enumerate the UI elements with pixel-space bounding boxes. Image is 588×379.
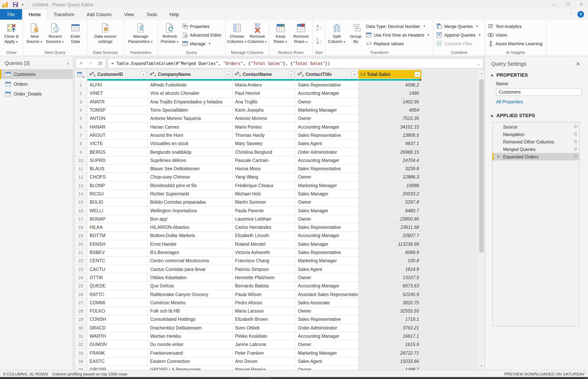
table-cell[interactable]: Victuailles en stock	[148, 140, 233, 148]
table-cell[interactable]: 3810.75	[358, 299, 421, 307]
formula-fx-icon[interactable]: fx	[98, 61, 102, 66]
table-cell[interactable]: Ana Trujillo Emparedados y helados	[148, 98, 233, 106]
table-cell[interactable]: Carlos Hernández	[233, 223, 295, 231]
table-cell[interactable]: Blauer See Delikatessen	[148, 165, 233, 173]
table-cell[interactable]: Accounting Manager	[295, 232, 358, 240]
tab-add-column[interactable]: Add Column	[80, 9, 118, 20]
table-cell[interactable]: 9937.1	[358, 140, 421, 148]
table-cell[interactable]: Rattlesnake Canyon Grocery	[148, 290, 233, 299]
table-cell[interactable]: 26968.15	[358, 148, 421, 156]
table-cell[interactable]: Owner	[295, 98, 358, 106]
table-cell[interactable]: Chop-suey Chinese	[148, 173, 233, 181]
scrollbar-thumb[interactable]	[479, 79, 484, 253]
table-cell[interactable]: Francisco Chang	[233, 257, 295, 265]
table-cell[interactable]: Owner	[295, 366, 358, 370]
table-cell[interactable]: Ernst Handel	[148, 240, 233, 248]
table-cell[interactable]: Frédérique Citeaux	[233, 181, 295, 190]
gear-icon[interactable]: ⚙	[573, 139, 577, 144]
remove-columns-button[interactable]: Remove Columns▼	[247, 21, 267, 49]
table-cell[interactable]: Pascale Cartrain	[233, 156, 295, 164]
delete-step-icon[interactable]: ✕	[494, 155, 503, 159]
table-cell[interactable]: 32555.55	[358, 307, 421, 315]
table-cell[interactable]: EASTC	[87, 357, 148, 365]
scroll-up-icon[interactable]: ⌃	[478, 72, 485, 78]
minimize-button[interactable]: —	[548, 0, 561, 9]
use-first-row-as-headers-button[interactable]: Use First Row as Headers▼	[366, 31, 430, 39]
query-item-order_details[interactable]: Order_Details	[0, 89, 73, 99]
refresh-preview-button[interactable]: Refresh Preview▼	[159, 21, 180, 49]
table-cell[interactable]: 52245.9	[358, 290, 421, 299]
table-cell[interactable]: BOTTM	[87, 232, 148, 240]
group-by-button[interactable]: Group By	[347, 21, 364, 49]
keep-rows-button[interactable]: Keep Rows▼	[270, 21, 291, 49]
table-cell[interactable]: Frankenversand	[148, 349, 233, 357]
column-header-customerid[interactable]: ABCCustomerID▼	[87, 70, 148, 79]
tab-help[interactable]: Help	[163, 9, 185, 20]
table-cell[interactable]: Accounting Manager	[295, 123, 358, 131]
table-cell[interactable]: Thomas Hardy	[233, 131, 295, 139]
table-cell[interactable]: 6089.9	[358, 249, 421, 256]
filter-dropdown-icon[interactable]: ▼	[415, 72, 420, 77]
table-cell[interactable]: ANTON	[87, 114, 148, 123]
table-cell[interactable]: 4596.2	[358, 81, 421, 89]
table-cell[interactable]: Peter Franken	[233, 349, 295, 357]
table-cell[interactable]: Order Administrator	[295, 324, 358, 332]
table-cell[interactable]: Accounting Manager	[295, 156, 358, 164]
applied-step-merged-queries[interactable]: ✕Merged Queries⚙	[493, 145, 579, 153]
table-cell[interactable]: Henriette Pfalzheim	[233, 274, 295, 282]
quick-access-caret-icon[interactable]: ▼	[20, 3, 25, 6]
formula-cancel-icon[interactable]: ✕	[79, 61, 83, 66]
tab-tools[interactable]: Tools	[140, 9, 163, 20]
table-cell[interactable]: RICSU	[87, 190, 148, 198]
table-cell[interactable]: Marketing Manager	[295, 257, 358, 265]
applied-step-source[interactable]: ✕Source⚙	[493, 123, 579, 130]
table-cell[interactable]: Toms Spezialitäten	[148, 106, 233, 114]
table-cell[interactable]: Bólido Comidas preparadas	[148, 198, 233, 206]
collapse-ribbon-icon[interactable]: ⌃	[569, 12, 573, 16]
table-cell[interactable]: RATTC	[87, 290, 148, 299]
table-cell[interactable]: 22607.7	[358, 232, 421, 240]
close-button[interactable]: ✕	[575, 0, 588, 9]
vertical-scrollbar[interactable]: ⌃ ⌄	[478, 70, 485, 370]
table-cell[interactable]: Bernardo Batista	[233, 282, 295, 290]
table-cell[interactable]: Sales Representative	[295, 249, 358, 256]
column-header-companyname[interactable]: ABCCompanyName▼	[148, 70, 233, 79]
table-cell[interactable]: 23611.58	[358, 223, 421, 231]
table-cell[interactable]: Maria Larsson	[233, 307, 295, 315]
table-cell[interactable]: 23850.95	[358, 215, 421, 223]
table-cell[interactable]: Hanari Carnes	[148, 123, 233, 131]
column-header-contactname[interactable]: ABCContactName▼	[233, 70, 295, 79]
table-cell[interactable]: 4954	[358, 106, 421, 114]
restore-button[interactable]: ❐	[561, 0, 575, 9]
table-cell[interactable]: Suprêmes délices	[148, 156, 233, 164]
table-cell[interactable]: Berglunds snabbköp	[148, 148, 233, 156]
table-cell[interactable]: GROSR	[87, 366, 148, 370]
table-cell[interactable]: Cactus Comidas para llevar	[148, 265, 233, 273]
table-cell[interactable]: Wellington Importadora	[148, 206, 233, 215]
enter-data-button[interactable]: Enter Data	[65, 21, 86, 49]
table-cell[interactable]: Eastern Connection	[148, 357, 233, 365]
table-cell[interactable]: Victoria Ashworth	[233, 249, 295, 256]
table-cell[interactable]: 5297.8	[358, 198, 421, 206]
table-cell[interactable]: GROSELLA-Restaurante	[148, 366, 233, 370]
data-type-button[interactable]: Data Type: Decimal Number▼	[366, 22, 430, 30]
table-cell[interactable]: 6973.63	[358, 282, 421, 290]
table-cell[interactable]: 1402.95	[358, 98, 421, 106]
table-cell[interactable]: Owner	[295, 340, 358, 348]
table-cell[interactable]: DUMON	[87, 340, 148, 348]
table-cell[interactable]: AROUT	[87, 131, 148, 139]
table-cell[interactable]: WELLI	[87, 206, 148, 215]
table-cell[interactable]: Accounting Manager	[295, 282, 358, 290]
table-cell[interactable]: Laurence Lebihan	[233, 215, 295, 223]
collapse-queries-pane-icon[interactable]: ‹	[67, 60, 69, 66]
table-cell[interactable]: Janine Labrune	[233, 340, 295, 348]
filter-dropdown-icon[interactable]: ▼	[289, 72, 294, 77]
table-cell[interactable]: Around the Horn	[148, 131, 233, 139]
query-name-input[interactable]: Customers	[496, 88, 582, 96]
table-cell[interactable]: Sales Representative	[295, 81, 358, 89]
table-cell[interactable]: Antonio Moreno	[233, 114, 295, 123]
close-and-apply-button[interactable]: Close & Apply▼	[1, 21, 22, 49]
table-cell[interactable]: Marketing Manager	[295, 106, 358, 114]
table-cell[interactable]: Yang Wang	[233, 173, 295, 181]
table-cell[interactable]: Owner	[295, 198, 358, 206]
